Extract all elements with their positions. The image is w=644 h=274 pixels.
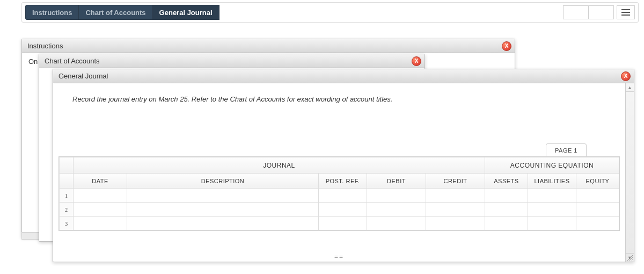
cell-assets[interactable] <box>485 203 528 217</box>
cell-date[interactable] <box>74 189 127 203</box>
journal-instruction-text: Record the journal entry on March 25. Re… <box>53 83 625 109</box>
cell-debit[interactable] <box>367 217 426 230</box>
cell-equity[interactable] <box>576 203 619 217</box>
instructions-body-text: On <box>28 57 38 66</box>
header-liabilities: LIABILITIES <box>528 174 576 189</box>
header-rownum <box>60 174 74 189</box>
cell-post-ref[interactable] <box>318 189 367 203</box>
table-row: 3 <box>60 217 619 230</box>
close-button-instructions[interactable]: X <box>502 41 511 51</box>
menu-icon <box>621 15 630 16</box>
cell-equity[interactable] <box>576 217 619 230</box>
cell-liabilities[interactable] <box>528 203 576 217</box>
toolbar-box-2[interactable] <box>588 5 614 19</box>
bottom-drag-handle[interactable]: == <box>334 253 344 261</box>
panel-journal-header[interactable]: General Journal X <box>53 69 634 83</box>
close-button-journal[interactable]: X <box>621 71 631 81</box>
header-group-equation: ACCOUNTING EQUATION <box>485 157 619 174</box>
cell-description[interactable] <box>127 203 319 217</box>
header-post-ref: POST. REF. <box>318 174 367 189</box>
header-description: DESCRIPTION <box>127 174 319 189</box>
panel-journal-title: General Journal <box>58 72 108 80</box>
cell-assets[interactable] <box>485 189 528 203</box>
panel-chart-title: Chart of Accounts <box>45 57 100 65</box>
cell-credit[interactable] <box>426 203 485 217</box>
cell-credit[interactable] <box>426 189 485 203</box>
tab-instructions[interactable]: Instructions <box>25 5 79 20</box>
cell-liabilities[interactable] <box>528 217 576 230</box>
header-assets: ASSETS <box>485 174 528 189</box>
toolbar-right-group <box>563 5 635 19</box>
row-number: 3 <box>60 217 74 230</box>
table-row: 2 <box>60 203 619 217</box>
panel-journal-body: Record the journal entry on March 25. Re… <box>53 83 634 262</box>
panel-instructions-title: Instructions <box>27 42 63 50</box>
journal-page-tab[interactable]: PAGE 1 <box>546 143 587 157</box>
toolbar-box-1[interactable] <box>563 5 589 19</box>
cell-date[interactable] <box>74 203 127 217</box>
table-row: 1 <box>60 189 619 203</box>
panel-general-journal: General Journal X Record the journal ent… <box>53 69 634 262</box>
cell-date[interactable] <box>74 217 127 230</box>
journal-table: JOURNAL ACCOUNTING EQUATION DATE DESCRIP… <box>58 156 620 231</box>
cell-description[interactable] <box>127 189 319 203</box>
menu-button[interactable] <box>617 5 635 19</box>
header-date: DATE <box>74 174 127 189</box>
tab-general-journal[interactable]: General Journal <box>152 5 219 20</box>
cell-equity[interactable] <box>576 189 619 203</box>
header-group-journal: JOURNAL <box>74 157 485 174</box>
cell-post-ref[interactable] <box>318 217 367 230</box>
cell-liabilities[interactable] <box>528 189 576 203</box>
cell-credit[interactable] <box>426 217 485 230</box>
tab-chart-of-accounts[interactable]: Chart of Accounts <box>78 5 152 20</box>
scroll-up-icon[interactable]: ▲ <box>626 83 634 92</box>
cell-assets[interactable] <box>485 217 528 230</box>
menu-icon <box>621 9 630 10</box>
header-equity: EQUITY <box>576 174 619 189</box>
panel-instructions-header[interactable]: Instructions X <box>22 39 515 53</box>
cell-debit[interactable] <box>367 203 426 217</box>
top-toolbar: Instructions Chart of Accounts General J… <box>21 2 639 23</box>
panel-chart-header[interactable]: Chart of Accounts X <box>39 54 425 68</box>
cell-post-ref[interactable] <box>318 203 367 217</box>
header-credit: CREDIT <box>426 174 485 189</box>
cell-debit[interactable] <box>367 189 426 203</box>
header-blank-corner <box>60 157 74 174</box>
row-number: 1 <box>60 189 74 203</box>
header-debit: DEBIT <box>367 174 426 189</box>
menu-icon <box>621 12 630 13</box>
close-button-chart[interactable]: X <box>412 56 421 66</box>
svg-line-2 <box>632 259 633 261</box>
resize-grip[interactable] <box>626 254 633 261</box>
vertical-scrollbar[interactable]: ▲ ▼ <box>625 83 634 262</box>
cell-description[interactable] <box>127 217 319 230</box>
row-number: 2 <box>60 203 74 217</box>
